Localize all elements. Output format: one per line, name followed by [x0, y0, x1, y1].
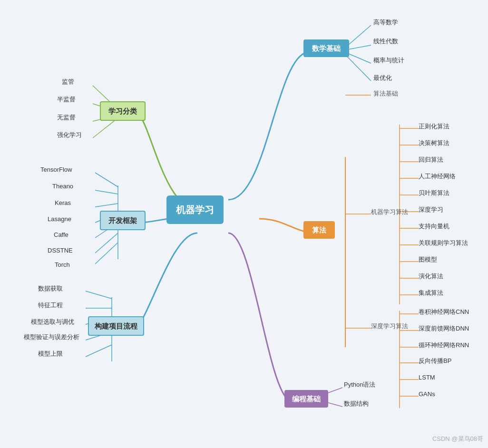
- math-leaf-4: 最优化: [373, 74, 392, 82]
- algo-sub-2: 深度学习算法: [371, 322, 408, 331]
- svg-line-3: [345, 55, 371, 81]
- ml-leaf-3: 回归算法: [419, 156, 443, 164]
- prog-label: 编程基础: [292, 394, 321, 404]
- svg-line-34: [95, 173, 118, 187]
- ml-leaf-4: 人工神经网络: [419, 172, 456, 181]
- math-leaf-2: 线性代数: [373, 37, 398, 46]
- svg-line-39: [95, 233, 118, 253]
- dl-leaf-1: 卷积神经网络CNN: [419, 308, 469, 316]
- learn-label: 学习分类: [108, 106, 137, 116]
- build-leaf-1: 数据获取: [38, 284, 63, 293]
- math-label: 数学基础: [312, 43, 341, 53]
- prog-leaf-2: 数据结构: [344, 399, 369, 408]
- center-node: 机器学习: [166, 195, 224, 224]
- algo-sub-0: 算法基础: [373, 89, 398, 98]
- dev-leaf-4: Lasagne: [48, 215, 71, 224]
- svg-line-32: [93, 118, 118, 138]
- build-leaf-4: 模型验证与误差分析: [24, 333, 79, 341]
- learn-leaf-4: 强化学习: [57, 131, 82, 139]
- ml-leaf-6: 深度学习: [419, 205, 443, 214]
- dl-leaf-2: 深度前馈网络DNN: [419, 324, 469, 333]
- svg-line-36: [95, 204, 118, 207]
- dev-leaf-3: Keras: [55, 199, 71, 207]
- build-leaf-2: 特征工程: [38, 301, 63, 310]
- svg-line-1: [345, 45, 371, 50]
- algo-node: 算法: [303, 221, 335, 239]
- build-node: 构建项目流程: [88, 316, 144, 336]
- svg-line-35: [95, 190, 118, 194]
- dl-leaf-5: LSTM: [419, 373, 435, 382]
- svg-line-42: [86, 291, 112, 299]
- dev-leaf-1: TensorFlow: [40, 166, 72, 174]
- ml-leaf-10: 演化算法: [419, 272, 443, 281]
- svg-line-40: [95, 243, 118, 264]
- build-leaf-5: 模型上限: [38, 350, 63, 358]
- dev-leaf-2: Theano: [52, 182, 73, 191]
- svg-line-46: [86, 345, 112, 357]
- math-leaf-3: 概率与统计: [373, 56, 404, 65]
- ml-leaf-2: 决策树算法: [419, 139, 449, 147]
- ml-leaf-11: 集成算法: [419, 289, 443, 297]
- learn-leaf-3: 无监督: [57, 113, 76, 122]
- dev-leaf-6: DSSTNE: [48, 246, 73, 255]
- dev-label: 开发框架: [108, 215, 137, 225]
- dl-leaf-6: GANs: [419, 390, 435, 399]
- math-node: 数学基础: [303, 39, 349, 57]
- watermark: CSDN @菜鸟08哥: [432, 435, 483, 443]
- algo-label: 算法: [312, 225, 326, 235]
- learn-leaf-1: 监管: [62, 78, 74, 86]
- learn-node: 学习分类: [100, 101, 146, 121]
- dev-leaf-5: Caffe: [54, 231, 68, 239]
- ml-leaf-7: 支持向量机: [419, 222, 449, 231]
- algo-sub-1: 机器学习算法: [371, 208, 408, 216]
- ml-leaf-1: 正则化算法: [419, 122, 449, 131]
- svg-line-0: [345, 25, 371, 48]
- ml-leaf-9: 图模型: [419, 255, 437, 264]
- center-label: 机器学习: [176, 203, 214, 216]
- dev-node: 开发框架: [100, 211, 146, 230]
- dl-leaf-4: 反向传播BP: [419, 357, 451, 365]
- ml-leaf-8: 关联规则学习算法: [419, 239, 468, 247]
- learn-leaf-2: 半监督: [57, 95, 76, 104]
- build-leaf-3: 模型选取与调优: [31, 318, 74, 326]
- dev-leaf-7: Torch: [55, 261, 70, 269]
- ml-leaf-5: 贝叶斯算法: [419, 189, 449, 197]
- dl-leaf-3: 循环神经网络RNN: [419, 341, 469, 350]
- svg-line-2: [345, 52, 371, 63]
- build-label: 构建项目流程: [95, 321, 137, 331]
- prog-leaf-1: Python语法: [344, 380, 375, 389]
- math-leaf-1: 高等数学: [373, 18, 398, 27]
- prog-node: 编程基础: [284, 390, 328, 408]
